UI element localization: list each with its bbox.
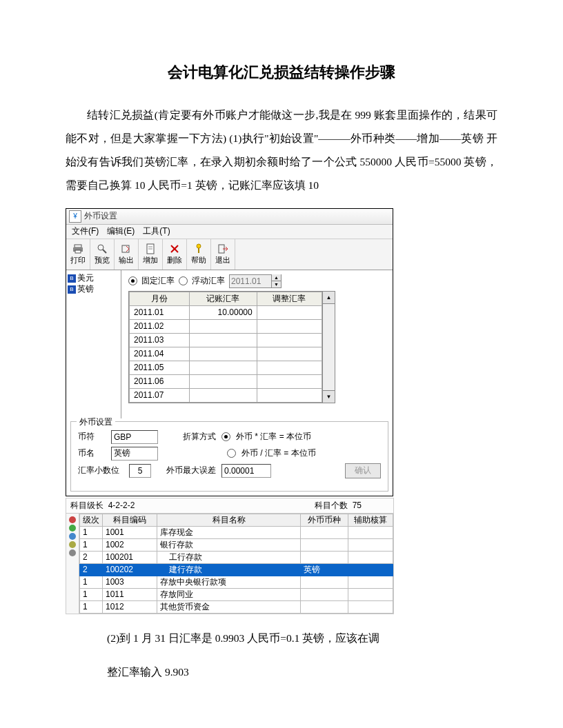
category-dot-icon [69,541,76,548]
tree-item-gbp[interactable]: B英镑 [68,284,119,295]
float-rate-radio[interactable] [179,276,188,285]
col-currency: 外币币种 [301,514,348,526]
currency-icon: B [68,285,76,294]
svg-rect-12 [198,248,199,253]
spin-down-icon[interactable]: ▼ [272,281,281,287]
help-button[interactable]: 帮助 [187,239,211,270]
delete-button[interactable]: 删除 [163,239,187,270]
confirm-button[interactable]: 确认 [345,463,381,478]
col-adjust-rate: 调整汇率 [257,292,322,305]
calc-mult-label: 外币 * 汇率 = 本位币 [236,431,311,443]
export-button[interactable]: 输出 [115,239,139,270]
group-legend: 外币设置 [77,416,115,428]
print-label: 打印 [70,255,86,265]
svg-point-3 [98,245,103,250]
svg-rect-0 [75,245,81,247]
menu-tools[interactable]: 工具(T) [140,225,172,237]
table-row[interactable]: 11002银行存款 [80,538,393,551]
paragraph-1: 结转汇兑损益(肯定要有外币账户才能做这一步,我是在 999 账套里面操作的，结果… [66,103,497,197]
scroll-up-icon[interactable]: ▲ [323,292,335,304]
tree-label: 美元 [77,272,94,284]
table-row[interactable]: 2011.0110.00000 [130,305,322,319]
fixed-rate-radio[interactable] [128,276,137,285]
export-icon [121,243,132,254]
category-dot-icon [69,525,76,532]
account-count-value: 75 [353,501,362,510]
spin-up-icon[interactable]: ▲ [272,274,281,281]
exit-button[interactable]: 退出 [211,239,235,270]
account-list-panel: 科目级长 4-2-2-2 科目个数 75 级次 科目编码 科目名 [66,498,394,614]
svg-line-4 [103,250,106,253]
calc-div-label: 外币 / 汇率 = 本位币 [241,447,316,459]
currency-icon: B [68,274,76,283]
exit-icon [217,243,228,254]
delete-label: 删除 [167,255,182,265]
rate-grid[interactable]: 月份 记账汇率 调整汇率 2011.0110.000002011.022011.… [128,291,323,403]
table-row[interactable]: 2011.04 [130,347,322,361]
app-icon: ¥ [69,210,81,223]
titlebar: ¥ 外币设置 [66,209,393,225]
col-month: 月份 [130,292,190,305]
calc-label: 折算方式 [183,431,216,443]
table-row[interactable]: 2100201 工行存款 [80,551,393,563]
col-aux: 辅助核算 [348,514,393,526]
calc-mult-radio[interactable] [221,432,230,441]
table-row[interactable]: 11012其他货币资金 [80,600,393,613]
account-count-label: 科目个数 [315,500,348,512]
foreign-currency-window: ¥ 外币设置 文件(F) 编辑(E) 工具(T) 打印 预览 输出 增加 删除 … [66,208,393,496]
menu-edit[interactable]: 编辑(E) [104,225,137,237]
paragraph-2b: 整汇率输入 9.903 [107,660,497,684]
fixed-rate-label: 固定汇率 [141,275,175,287]
export-label: 输出 [119,255,134,265]
float-rate-label: 浮动汇率 [192,275,225,287]
add-button[interactable]: 增加 [139,239,163,270]
dec-label: 汇率小数位 [78,465,124,476]
add-icon [145,243,156,254]
name-label: 币名 [78,447,106,459]
toolbar: 打印 预览 输出 增加 删除 帮助 退出 [66,239,393,270]
account-table[interactable]: 级次 科目编码 科目名称 外币币种 辅助核算 11001库存现金11002银行存… [79,514,393,614]
dec-input[interactable] [129,464,151,478]
menu-file[interactable]: 文件(F) [69,225,101,237]
preview-label: 预览 [95,255,110,265]
err-label: 外币最大误差 [166,465,216,476]
symbol-input[interactable] [111,430,158,444]
table-row[interactable]: 11011存放同业 [80,588,393,600]
table-row[interactable]: 2011.05 [130,361,322,374]
paragraph-2a: (2)到 1 月 31 日汇率是 0.9903 人民币=0.1 英镑，应该在调 [107,627,497,650]
scroll-down-icon[interactable]: ▼ [323,390,335,403]
table-row[interactable]: 11001库存现金 [80,526,393,538]
table-row[interactable]: 2011.07 [130,388,322,402]
grid-scrollbar[interactable]: ▲ ▼ [323,291,335,403]
printer-icon [72,243,83,254]
help-icon [193,243,204,254]
col-name: 科目名称 [157,514,301,526]
col-level: 级次 [80,514,103,526]
exit-label: 退出 [215,255,230,265]
period-spinner[interactable]: ▲▼ [229,274,282,288]
tree-label: 英镑 [77,283,94,295]
add-label: 增加 [143,255,158,265]
err-input[interactable] [221,464,271,478]
category-dot-icon [69,549,76,556]
table-row[interactable]: 2011.02 [130,319,322,333]
table-row[interactable]: 2011.03 [130,333,322,347]
svg-rect-2 [75,250,81,253]
table-row[interactable]: 2011.06 [130,374,322,388]
name-input[interactable] [111,447,158,461]
table-row[interactable]: 2100202 建行存款英镑 [80,563,393,576]
currency-tree[interactable]: B美元 B英镑 [66,270,121,418]
tree-item-usd[interactable]: B美元 [68,273,119,284]
category-sidebar[interactable] [66,514,79,614]
col-code: 科目编码 [103,514,157,526]
svg-point-11 [197,244,201,248]
calc-div-radio[interactable] [227,449,236,458]
table-row[interactable]: 11003存放中央银行款项 [80,576,393,588]
delete-icon [169,243,180,254]
category-dot-icon [69,516,76,523]
preview-button[interactable]: 预览 [90,239,115,270]
period-input[interactable] [230,276,271,286]
level-length-label: 科目级长 [70,500,103,512]
svg-rect-5 [122,245,129,252]
print-button[interactable]: 打印 [66,239,90,270]
